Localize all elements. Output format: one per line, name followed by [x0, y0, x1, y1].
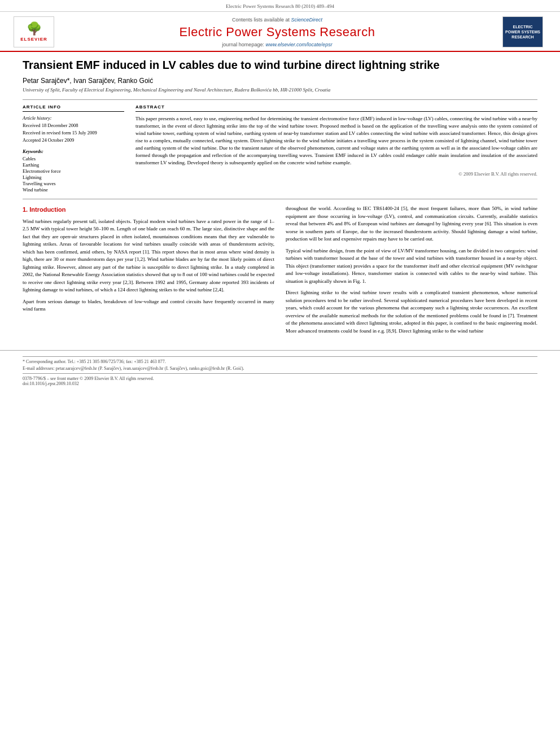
- elsevier-logo: 🌳 ELSEVIER: [11, 16, 56, 47]
- footer-divider-top: [23, 356, 537, 357]
- keyword-cables: Cables: [23, 156, 124, 161]
- journal-reference-text: Electric Power Systems Research 80 (2010…: [226, 3, 334, 9]
- keyword-emf: Electromotive force: [23, 168, 124, 174]
- footer-issn: 0378-7796/$ – see front matter © 2009 El…: [23, 376, 537, 381]
- email-note: E-mail addresses: petar.sarajcev@fesb.hr…: [23, 366, 537, 371]
- keyword-wind: Wind turbine: [23, 187, 124, 193]
- article-divider: [23, 99, 537, 100]
- article-info-label: ARTICLE INFO: [23, 104, 124, 112]
- body-left-para1: Wind turbines regularly present tall, is…: [23, 218, 274, 294]
- corresponding-text: * Corresponding author. Tel.: +385 21 30…: [23, 359, 166, 364]
- elsevier-tree-icon: 🌳: [27, 23, 42, 35]
- footer-divider-mid: [23, 373, 537, 374]
- keyword-travelling: Travelling waves: [23, 181, 124, 186]
- sciencedirect-label: Contents lists available at: [232, 17, 290, 23]
- body-right-para3: Direct lightning strike to the wind turb…: [286, 289, 537, 335]
- journal-header: 🌳 ELSEVIER Contents lists available at S…: [0, 12, 560, 52]
- body-two-col: 1. Introduction Wind turbines regularly …: [23, 205, 537, 339]
- abstract-text: This paper presents a novel, easy to use…: [135, 115, 537, 167]
- keywords-section: Keywords: Cables Earthing Electromotive …: [23, 148, 124, 193]
- journal-title-center: Contents lists available at ScienceDirec…: [56, 17, 498, 47]
- elsevier-logo-box: 🌳 ELSEVIER: [14, 16, 54, 47]
- body-divider: [23, 199, 537, 199]
- body-right-col: throughout the world. According to IEC T…: [286, 205, 537, 339]
- authors-text: Petar Sarajčev*, Ivan Sarajčev, Ranko Go…: [23, 77, 153, 85]
- revised-text: Received in revised form 15 July 2009: [23, 130, 97, 136]
- journal-homepage-line: journal homepage: www.elsevier.com/locat…: [56, 42, 498, 47]
- corresponding-note: * Corresponding author. Tel.: +385 21 30…: [23, 359, 537, 364]
- authors-line: Petar Sarajčev*, Ivan Sarajčev, Ranko Go…: [23, 77, 537, 85]
- article-info-abstract: ARTICLE INFO Article history: Received 1…: [23, 104, 537, 193]
- article-info-col: ARTICLE INFO Article history: Received 1…: [23, 104, 124, 193]
- body-left-para2: Apart from serious damage to blades, bre…: [23, 298, 274, 313]
- accepted-row: Accepted 24 October 2009: [23, 137, 124, 143]
- doi-text: doi:10.1016/j.epsr.2009.10.032: [23, 381, 79, 386]
- homepage-label: journal homepage:: [222, 42, 264, 47]
- body-left-col: 1. Introduction Wind turbines regularly …: [23, 205, 274, 339]
- keyword-earthing: Earthing: [23, 162, 124, 168]
- sciencedirect-link[interactable]: ScienceDirect: [291, 17, 323, 23]
- page-wrapper: Electric Power Systems Research 80 (2010…: [0, 0, 560, 747]
- journal-logo-box: ELECTRIC POWER SYSTEMS RESEARCH: [502, 16, 543, 47]
- abstract-copyright: © 2009 Elsevier B.V. All rights reserved…: [135, 171, 537, 177]
- keywords-list: Cables Earthing Electromotive force Ligh…: [23, 156, 124, 193]
- accepted-text: Accepted 24 October 2009: [23, 137, 74, 143]
- article-content: Transient EMF induced in LV cables due t…: [0, 52, 560, 344]
- received-row: Received 18 December 2008: [23, 123, 124, 128]
- keyword-lightning: Lightning: [23, 174, 124, 180]
- journal-title: Electric Power Systems Research: [56, 25, 498, 40]
- journal-logo-right: ELECTRIC POWER SYSTEMS RESEARCH: [498, 16, 543, 47]
- email-text: E-mail addresses: petar.sarajcev@fesb.hr…: [23, 366, 244, 371]
- footer-area: * Corresponding author. Tel.: +385 21 30…: [0, 350, 560, 386]
- abstract-col: ABSTRACT This paper presents a novel, ea…: [135, 104, 537, 193]
- article-title: Transient EMF induced in LV cables due t…: [23, 58, 537, 72]
- journal-reference-line: Electric Power Systems Research 80 (2010…: [0, 0, 560, 12]
- elsevier-label: ELSEVIER: [20, 37, 47, 42]
- affiliation-text: University of Split, Faculty of Electric…: [23, 87, 537, 93]
- footer-doi: doi:10.1016/j.epsr.2009.10.032: [23, 381, 537, 386]
- history-key: Article history:: [23, 115, 52, 121]
- issn-text: 0378-7796/$ – see front matter © 2009 El…: [23, 376, 154, 381]
- revised-row: Received in revised form 15 July 2009: [23, 130, 124, 136]
- homepage-link[interactable]: www.elsevier.com/locate/epsr: [265, 42, 332, 47]
- body-right-para1: throughout the world. According to IEC T…: [286, 205, 537, 243]
- body-text: 1. Introduction Wind turbines regularly …: [23, 205, 537, 339]
- abstract-label: ABSTRACT: [135, 104, 537, 112]
- section1-heading: 1. Introduction: [23, 205, 274, 215]
- received-text: Received 18 December 2008: [23, 123, 78, 128]
- body-right-para2: Typical wind turbine design, from the po…: [286, 247, 537, 286]
- keywords-label: Keywords:: [23, 148, 43, 154]
- journal-logo-text: ELECTRIC POWER SYSTEMS RESEARCH: [505, 24, 540, 40]
- keywords-header: Keywords:: [23, 148, 124, 154]
- article-history-label: Article history:: [23, 115, 124, 121]
- sciencedirect-line: Contents lists available at ScienceDirec…: [56, 17, 498, 23]
